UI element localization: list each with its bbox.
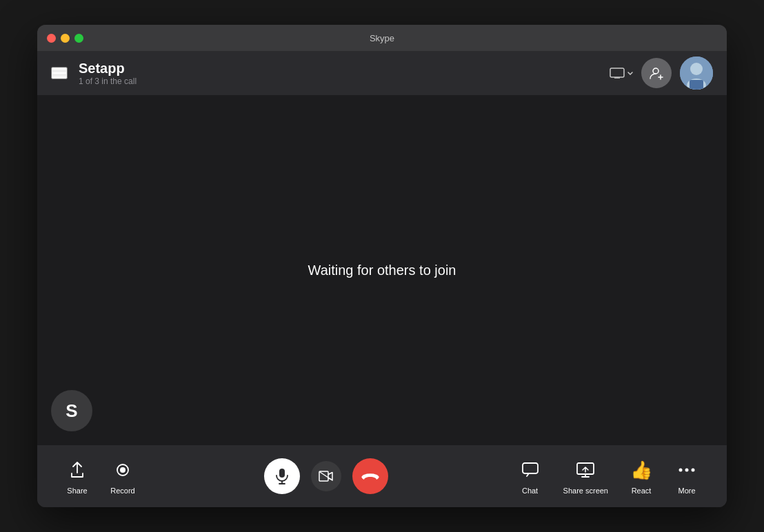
svg-point-20 [679,469,683,472]
add-person-icon [649,65,664,81]
more-icon [674,458,699,482]
hamburger-menu-button[interactable] [51,67,68,79]
svg-rect-9 [690,80,703,90]
screen-icon [610,68,625,79]
chat-icon [518,458,543,482]
minimize-button[interactable] [61,34,70,43]
share-screen-icon [573,458,598,482]
call-area: Waiting for others to join S [37,95,727,445]
share-screen-button[interactable]: Share screen [563,458,608,495]
avatar-image [680,57,713,90]
screen-share-header-button[interactable] [610,68,633,79]
mic-icon [275,468,289,484]
record-label: Record [110,487,134,495]
share-label: Share [67,487,87,495]
video-off-icon [319,471,334,482]
traffic-lights [47,34,83,43]
more-label: More [678,487,695,495]
svg-rect-12 [279,469,285,478]
chevron-down-icon [627,72,633,75]
end-call-icon [361,471,379,481]
end-call-button[interactable] [352,458,388,494]
app-window: Skype Setapp 1 of 3 in the call [37,25,727,507]
svg-point-11 [120,467,125,473]
mute-button[interactable] [264,458,300,494]
window-title: Skype [370,33,394,43]
header-left: Setapp 1 of 3 in the call [51,60,137,86]
header-right [610,57,713,90]
maximize-button[interactable] [74,34,83,43]
hamburger-line [52,68,66,70]
add-person-button[interactable] [641,58,672,88]
record-button[interactable]: Record [110,458,135,495]
share-icon [65,458,90,482]
hamburger-line [52,76,66,78]
toolbar-center [264,458,388,494]
share-button[interactable]: Share [65,458,90,495]
toolbar-left: Share Record [65,458,135,495]
svg-point-7 [690,63,703,75]
svg-point-22 [692,469,695,472]
svg-point-21 [685,469,689,472]
more-button[interactable]: More [674,458,699,495]
self-avatar: S [51,390,92,431]
close-button[interactable] [47,34,56,43]
svg-point-3 [653,68,659,74]
svg-rect-0 [610,68,624,77]
share-screen-label: Share screen [563,487,608,495]
contact-info: Setapp 1 of 3 in the call [79,60,137,86]
hamburger-line [52,72,66,74]
user-avatar[interactable] [680,57,713,90]
toolbar: Share Record [37,445,727,507]
react-button[interactable]: 👍 React [629,458,654,495]
waiting-message: Waiting for others to join [308,263,456,278]
svg-rect-16 [523,463,538,473]
contact-name: Setapp [79,60,137,76]
title-bar: Skype [37,25,727,51]
record-icon [110,458,135,482]
toolbar-right: Chat Share screen 👍 R [518,458,699,495]
react-label: React [632,487,652,495]
video-button[interactable] [311,461,341,491]
chat-label: Chat [522,487,538,495]
chat-button[interactable]: Chat [518,458,543,495]
skype-logo: S [66,400,77,422]
call-header: Setapp 1 of 3 in the call [37,51,727,95]
react-icon: 👍 [629,458,654,482]
contact-status: 1 of 3 in the call [79,76,137,86]
